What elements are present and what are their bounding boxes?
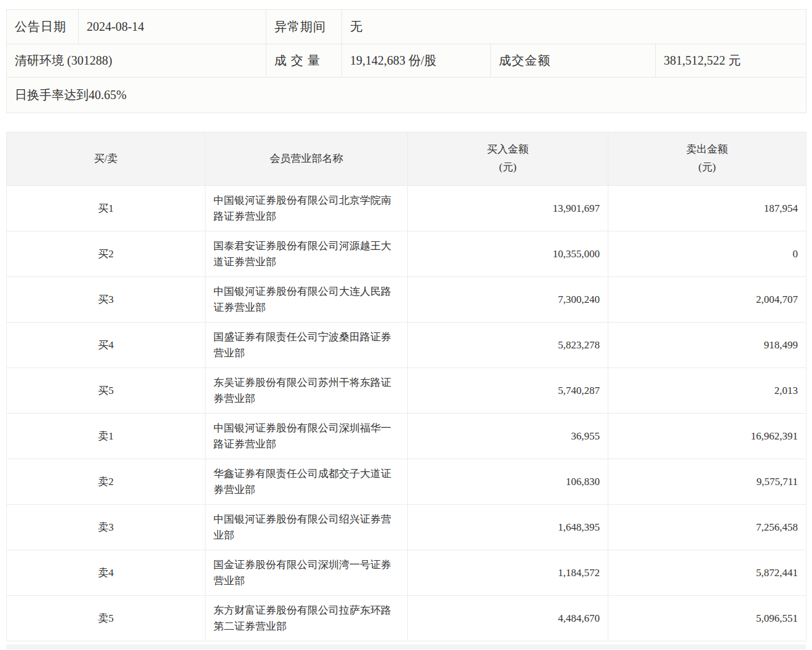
side-cell: 买4 bbox=[7, 323, 205, 368]
side-cell: 买5 bbox=[7, 368, 205, 414]
buy-amount-cell: 4,484,670 bbox=[408, 596, 608, 641]
side-cell: 卖2 bbox=[7, 459, 205, 505]
announce-date-label: 公告日期 bbox=[7, 10, 79, 44]
turnover-label: 成交金额 bbox=[491, 44, 656, 78]
buy-amount-cell: 7,300,240 bbox=[408, 277, 608, 323]
sell-amount-cell: 0 bbox=[608, 231, 806, 277]
sell-amount-cell: 2,004,707 bbox=[608, 277, 806, 323]
broker-cell: 中国银河证券股份有限公司北京学院南路证券营业部 bbox=[205, 186, 408, 231]
summary-row-note: 日换手率达到40.65% bbox=[7, 78, 806, 113]
buy-amount-cell: 1,184,572 bbox=[408, 550, 608, 596]
buy-amount-cell: 106,830 bbox=[408, 459, 608, 505]
sell-header-line2: (元) bbox=[609, 159, 805, 177]
turnover-rate-note: 日换手率达到40.65% bbox=[7, 78, 806, 113]
sell-amount-cell: 918,499 bbox=[608, 323, 806, 368]
next-section-header-edge bbox=[6, 644, 806, 649]
table-row: 买2 国泰君安证券股份有限公司河源越王大道证券营业部 10,355,000 0 bbox=[7, 231, 806, 277]
table-row: 买1 中国银河证券股份有限公司北京学院南路证券营业部 13,901,697 18… bbox=[7, 186, 806, 231]
broker-cell: 中国银河证券股份有限公司绍兴证券营业部 bbox=[205, 505, 408, 550]
side-cell: 卖5 bbox=[7, 596, 205, 641]
broker-cell: 国金证券股份有限公司深圳湾一号证券营业部 bbox=[205, 550, 408, 596]
announce-date-value: 2024-08-14 bbox=[79, 10, 266, 44]
lhb-disclosure-page: 公告日期 2024-08-14 异常期间 无 清研环境 (301288) 成 交… bbox=[0, 9, 812, 649]
broker-cell: 东方财富证券股份有限公司拉萨东环路第二证券营业部 bbox=[205, 596, 408, 641]
sell-header-line1: 卖出金额 bbox=[609, 141, 805, 159]
table-row: 卖5 东方财富证券股份有限公司拉萨东环路第二证券营业部 4,484,670 5,… bbox=[7, 596, 806, 641]
buy-header-line1: 买入金额 bbox=[408, 141, 607, 159]
broker-cell: 中国银河证券股份有限公司大连人民路证券营业部 bbox=[205, 277, 408, 323]
buy-header-line2: (元) bbox=[408, 159, 607, 177]
turnover-value: 381,512,522 元 bbox=[656, 44, 806, 78]
sell-amount-cell: 7,256,458 bbox=[608, 505, 806, 550]
broker-cell: 华鑫证券有限责任公司成都交子大道证券营业部 bbox=[205, 459, 408, 505]
column-header-broker: 会员营业部名称 bbox=[205, 132, 408, 186]
volume-label: 成 交 量 bbox=[266, 44, 342, 78]
sell-amount-cell: 16,962,391 bbox=[608, 414, 806, 459]
side-cell: 卖4 bbox=[7, 550, 205, 596]
side-cell: 买3 bbox=[7, 277, 205, 323]
stock-name: 清研环境 (301288) bbox=[7, 44, 266, 78]
table-row: 卖4 国金证券股份有限公司深圳湾一号证券营业部 1,184,572 5,872,… bbox=[7, 550, 806, 596]
table-row: 买4 国盛证券有限责任公司宁波桑田路证券营业部 5,823,278 918,49… bbox=[7, 323, 806, 368]
side-cell: 卖3 bbox=[7, 505, 205, 550]
summary-row-stock: 清研环境 (301288) 成 交 量 19,142,683 份/股 成交金额 … bbox=[7, 44, 806, 78]
sell-amount-cell: 2,013 bbox=[608, 368, 806, 414]
abnormal-period-value: 无 bbox=[342, 10, 806, 44]
column-header-side: 买/卖 bbox=[7, 132, 205, 186]
table-row: 买5 东吴证券股份有限公司苏州干将东路证券营业部 5,740,287 2,013 bbox=[7, 368, 806, 414]
broker-cell: 国盛证券有限责任公司宁波桑田路证券营业部 bbox=[205, 323, 408, 368]
table-row: 卖1 中国银河证券股份有限公司深圳福华一路证券营业部 36,955 16,962… bbox=[7, 414, 806, 459]
side-cell: 买2 bbox=[7, 231, 205, 277]
sell-amount-cell: 5,872,441 bbox=[608, 550, 806, 596]
buy-amount-cell: 36,955 bbox=[408, 414, 608, 459]
table-row: 卖3 中国银河证券股份有限公司绍兴证券营业部 1,648,395 7,256,4… bbox=[7, 505, 806, 550]
table-row: 卖2 华鑫证券有限责任公司成都交子大道证券营业部 106,830 9,575,7… bbox=[7, 459, 806, 505]
side-cell: 买1 bbox=[7, 186, 205, 231]
broker-cell: 国泰君安证券股份有限公司河源越王大道证券营业部 bbox=[205, 231, 408, 277]
summary-row-date: 公告日期 2024-08-14 异常期间 无 bbox=[7, 10, 806, 44]
abnormal-period-label: 异常期间 bbox=[266, 10, 342, 44]
table-row: 买3 中国银河证券股份有限公司大连人民路证券营业部 7,300,240 2,00… bbox=[7, 277, 806, 323]
buy-amount-cell: 13,901,697 bbox=[408, 186, 608, 231]
stock-summary-table: 公告日期 2024-08-14 异常期间 无 清研环境 (301288) 成 交… bbox=[6, 9, 806, 113]
buy-amount-cell: 10,355,000 bbox=[408, 231, 608, 277]
volume-value: 19,142,683 份/股 bbox=[342, 44, 491, 78]
buy-amount-cell: 5,740,287 bbox=[408, 368, 608, 414]
column-header-sell: 卖出金额 (元) bbox=[608, 132, 806, 186]
table-header-row: 买/卖 会员营业部名称 买入金额 (元) 卖出金额 (元) bbox=[7, 132, 806, 186]
column-header-buy: 买入金额 (元) bbox=[408, 132, 608, 186]
buy-amount-cell: 1,648,395 bbox=[408, 505, 608, 550]
broker-cell: 中国银河证券股份有限公司深圳福华一路证券营业部 bbox=[205, 414, 408, 459]
sell-amount-cell: 5,096,551 bbox=[608, 596, 806, 641]
broker-cell: 东吴证券股份有限公司苏州干将东路证券营业部 bbox=[205, 368, 408, 414]
buy-amount-cell: 5,823,278 bbox=[408, 323, 608, 368]
side-cell: 卖1 bbox=[7, 414, 205, 459]
sell-amount-cell: 187,954 bbox=[608, 186, 806, 231]
sell-amount-cell: 9,575,711 bbox=[608, 459, 806, 505]
broker-ranking-table: 买/卖 会员营业部名称 买入金额 (元) 卖出金额 (元) 买1 中国银河证券股… bbox=[6, 132, 806, 641]
